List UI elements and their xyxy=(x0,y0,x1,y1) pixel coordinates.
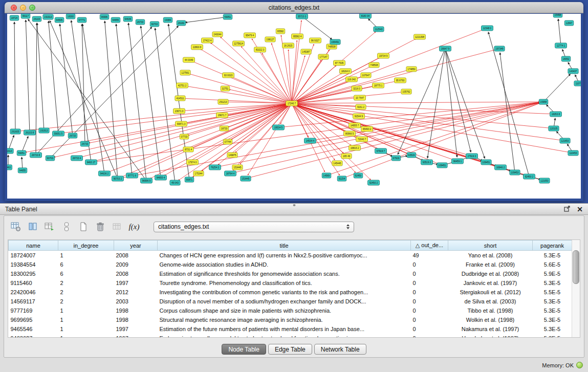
table-cell[interactable]: 0 xyxy=(411,306,448,315)
network-node[interactable]: 175344 xyxy=(193,171,204,176)
table-row[interactable]: 946554611997Estimation of the future num… xyxy=(9,324,572,334)
table-cell[interactable]: 9699695 xyxy=(9,315,58,324)
zoom-window-button[interactable]: + xyxy=(29,5,35,11)
network-node[interactable]: 26733 xyxy=(80,141,90,146)
network-node[interactable]: 23671 0 xyxy=(173,108,185,114)
network-node[interactable]: 145387 xyxy=(301,49,311,54)
table-cell[interactable]: 1998 xyxy=(114,306,158,315)
network-edge[interactable] xyxy=(49,21,58,134)
table-cell[interactable]: Nakamura et al. (1997) xyxy=(448,324,533,334)
network-node[interactable]: 87 7535 xyxy=(334,60,345,65)
network-edge[interactable] xyxy=(215,103,539,167)
table-cell[interactable]: 5.3E-5 xyxy=(533,334,572,338)
table-cell[interactable]: Jankovic et al. (1997) xyxy=(448,278,533,288)
network-node[interactable]: 9463 xyxy=(7,165,12,170)
column-settings-icon[interactable] xyxy=(9,220,23,233)
network-node[interactable]: 121653 xyxy=(560,138,570,143)
table-cell[interactable]: 6 xyxy=(58,260,114,269)
network-selector[interactable]: citations_edges.txt xyxy=(154,222,354,232)
table-row[interactable]: 1456911722003Disruption of a novel membe… xyxy=(9,297,572,306)
network-node[interactable]: 90871 3 xyxy=(176,121,187,126)
network-node[interactable]: 93519 xyxy=(407,152,416,158)
network-node[interactable]: 35723 3 xyxy=(296,14,308,19)
network-node[interactable]: 42751 2 xyxy=(177,83,188,88)
table-cell[interactable]: 5.3E-5 xyxy=(533,306,572,315)
network-node[interactable]: 97771 xyxy=(77,17,86,23)
table-cell[interactable]: 2008 xyxy=(114,251,158,260)
network-node[interactable]: 07744 xyxy=(223,139,232,144)
table-cell[interactable]: 9463627 xyxy=(9,334,58,338)
network-edge[interactable] xyxy=(26,103,292,152)
network-node[interactable]: 44 0049 xyxy=(183,57,195,62)
network-edge[interactable] xyxy=(292,46,333,103)
network-node[interactable]: 120105 xyxy=(549,126,559,131)
network-node[interactable]: 414511 xyxy=(175,96,185,101)
network-node[interactable]: 19384 xyxy=(163,17,172,23)
network-node[interactable]: 10 7647 xyxy=(354,95,366,100)
network-node[interactable]: 81022 3 xyxy=(254,47,266,52)
close-window-button[interactable]: × xyxy=(11,5,17,11)
tab-network-table[interactable]: Network Table xyxy=(314,344,366,355)
network-edge[interactable] xyxy=(185,17,228,23)
network-edge[interactable] xyxy=(26,20,30,133)
table-cell[interactable]: Hescheler et al. (1997) xyxy=(448,334,533,338)
network-node[interactable]: 9161 2 xyxy=(356,104,366,110)
table-row[interactable]: 1830029562008Estimation of significance … xyxy=(9,269,572,278)
network-node[interactable]: 109451 xyxy=(481,160,491,165)
table-cell[interactable]: Stergiakouli et al. (2012) xyxy=(448,288,533,297)
table-cell[interactable]: 1997 xyxy=(114,334,158,338)
network-node[interactable]: 26103 8 xyxy=(24,130,36,135)
network-node[interactable]: 14955 7 xyxy=(349,123,361,128)
table-cell[interactable]: 5.9E-5 xyxy=(533,269,572,278)
network-node[interactable]: 240044 xyxy=(212,32,223,37)
network-node[interactable]: 110753 xyxy=(574,81,581,86)
network-node[interactable]: 72040 7 xyxy=(356,137,368,142)
table-cell[interactable]: 0 xyxy=(411,288,448,297)
network-node[interactable]: 26733 8 xyxy=(30,152,42,158)
table-cell[interactable]: 5.3E-5 xyxy=(533,251,572,260)
network-node[interactable]: 94655 xyxy=(111,17,120,23)
table-cell[interactable]: 9115460 xyxy=(9,278,58,288)
table-cell[interactable]: Dudbridge et al. (2008) xyxy=(448,269,533,278)
scrollbar-thumb[interactable] xyxy=(573,250,579,284)
network-node[interactable]: 18164 0 xyxy=(340,69,352,74)
network-edge[interactable] xyxy=(427,49,445,158)
network-node[interactable]: 8731 4 xyxy=(183,147,193,152)
table-cell[interactable]: 2 xyxy=(58,297,114,306)
table-cell[interactable]: Structural magnetic resonance image aver… xyxy=(158,315,411,324)
network-node[interactable]: 26160 xyxy=(177,20,186,26)
network-node[interactable]: 198127 xyxy=(265,37,275,42)
network-edge[interactable] xyxy=(82,24,85,144)
network-node[interactable]: 22800 8 xyxy=(191,45,203,50)
table-cell[interactable]: Estimation of significance thresholds fo… xyxy=(158,269,411,278)
network-node[interactable]: 11548 0 xyxy=(482,26,493,31)
network-node[interactable]: 145445 xyxy=(332,161,342,166)
network-node[interactable]: 92450 xyxy=(354,173,363,178)
show-columns-icon[interactable] xyxy=(26,220,39,233)
column-header[interactable]: pagerank xyxy=(533,240,572,251)
table-cell[interactable]: Tourette syndrome. Phenomenology and cla… xyxy=(158,278,411,288)
table-row[interactable]: 977716911998Corpus callosum shape and si… xyxy=(9,306,572,315)
network-node[interactable]: 18724 xyxy=(10,15,19,20)
network-node[interactable]: 92450 2 xyxy=(524,174,535,179)
network-edge[interactable] xyxy=(50,20,118,179)
table-cell[interactable]: 9777169 xyxy=(9,306,58,315)
table-cell[interactable]: Embryonic stem cells: a model to study s… xyxy=(158,334,411,338)
table-row[interactable]: 1938455462009Genome-wide association stu… xyxy=(9,260,572,269)
network-edge[interactable] xyxy=(89,103,292,143)
network-node[interactable]: 92450 2 xyxy=(368,180,380,185)
network-edge[interactable] xyxy=(292,70,407,103)
network-node[interactable]: 17974 0 xyxy=(187,160,199,165)
network-node[interactable]: 15468 xyxy=(553,14,562,17)
table-cell[interactable]: 5.3E-5 xyxy=(533,324,572,334)
new-document-icon[interactable] xyxy=(77,220,90,233)
network-node[interactable]: 65493 2 xyxy=(361,126,373,132)
network-node[interactable]: 67919 7 xyxy=(375,148,387,154)
table-cell[interactable]: 2008 xyxy=(114,269,158,278)
table-cell[interactable]: Franke et al. (2009) xyxy=(448,260,533,269)
network-edge[interactable] xyxy=(116,24,132,176)
table-cell[interactable]: 2003 xyxy=(114,297,158,306)
network-node[interactable]: 94636 xyxy=(123,16,133,21)
table-cell[interactable]: 1 xyxy=(58,334,114,338)
network-edge[interactable] xyxy=(292,103,453,160)
